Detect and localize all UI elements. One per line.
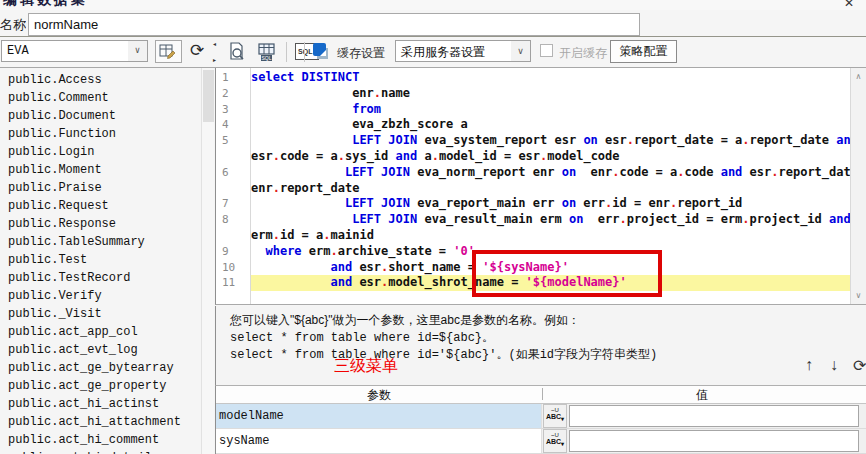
abc-icon: ABC▾ bbox=[544, 438, 566, 448]
table-list-item[interactable]: public.Login bbox=[0, 143, 215, 161]
param-type-abc-button[interactable]: ~UABC▾ bbox=[543, 429, 567, 453]
param-row[interactable]: sysName~UABC▾ bbox=[216, 429, 866, 454]
table-list-item[interactable]: public.Document bbox=[0, 107, 215, 125]
params-table: 参数 值 modelName~UABC▾sysName~UABC▾ bbox=[215, 385, 866, 454]
sql-line[interactable]: enr.report_date bbox=[216, 181, 850, 197]
sql-editor[interactable]: 1select DISTINCT2 enr.name3 from4 eva_zb… bbox=[215, 68, 866, 305]
sql-line[interactable]: erm.id = a.mainid bbox=[216, 228, 850, 244]
chevron-down-icon[interactable]: ∨ bbox=[128, 41, 147, 61]
table-list-item[interactable]: public.Access bbox=[0, 71, 215, 89]
table-list-item[interactable]: public.Function bbox=[0, 125, 215, 143]
table-list-item[interactable]: public.Request bbox=[0, 197, 215, 215]
sql-line[interactable]: 3 from bbox=[216, 102, 850, 118]
sql-code-text: eva_zbzh_score a bbox=[251, 117, 850, 133]
line-number: 11 bbox=[216, 275, 251, 291]
table-list-item[interactable]: public._Visit bbox=[0, 305, 215, 323]
sql-code-text: erm.id = a.mainid bbox=[251, 228, 850, 244]
server-setting-value: 采用服务器设置 bbox=[401, 44, 485, 61]
name-input[interactable] bbox=[28, 13, 640, 36]
toolbar-separator bbox=[304, 42, 305, 62]
table-list-item[interactable]: public.act_hi_detail bbox=[0, 449, 215, 454]
table-list-item[interactable]: public.Response bbox=[0, 215, 215, 233]
sql-code-text: LEFT JOIN eva_result_main erm on err.pro… bbox=[251, 212, 850, 228]
sql-line[interactable]: 4 eva_zbzh_score a bbox=[216, 117, 850, 133]
table-list-item[interactable]: public.TestRecord bbox=[0, 269, 215, 287]
svg-text:SQL: SQL bbox=[261, 55, 271, 61]
refresh-params-icon[interactable]: ⟳ bbox=[853, 356, 866, 375]
collapse-left-icon: ◂ bbox=[213, 41, 220, 47]
sql-table-button[interactable]: SQL bbox=[253, 40, 281, 64]
sql-code-text: LEFT JOIN eva_system_report esr on esr.r… bbox=[251, 133, 850, 149]
sql-code-text: select DISTINCT bbox=[251, 70, 850, 86]
editor-scrollbar[interactable]: ∧ ∨ bbox=[850, 68, 866, 304]
table-list-item[interactable]: public.act_hi_comment bbox=[0, 431, 215, 449]
preview-sql-button[interactable] bbox=[224, 40, 250, 64]
red-note-text: 三级菜单 bbox=[334, 356, 398, 377]
line-number: 4 bbox=[216, 117, 251, 133]
document-search-icon bbox=[227, 42, 247, 62]
table-list-item[interactable]: public.Verify bbox=[0, 287, 215, 305]
sql-line[interactable]: 1select DISTINCT bbox=[216, 70, 850, 86]
line-number bbox=[216, 149, 251, 165]
scroll-down-icon[interactable]: ∨ bbox=[851, 288, 866, 303]
splitter-toggle[interactable]: ◂ ▸ bbox=[213, 41, 220, 63]
policy-config-button[interactable]: 策略配置 bbox=[610, 40, 677, 63]
sql-line[interactable]: 10 and esr.short_name = '${sysName}' bbox=[216, 260, 850, 276]
param-value-input[interactable] bbox=[569, 405, 859, 427]
sql-code-text: LEFT JOIN eva_report_main err on err.id … bbox=[251, 196, 850, 212]
table-list-item[interactable]: public.act_evt_log bbox=[0, 341, 215, 359]
scrollbar-thumb[interactable] bbox=[203, 70, 214, 122]
table-list-item[interactable]: public.Moment bbox=[0, 161, 215, 179]
table-list-item[interactable]: public.act_app_col bbox=[0, 323, 215, 341]
sql-code-text: enr.name bbox=[251, 86, 850, 102]
param-name-cell[interactable]: modelName bbox=[216, 404, 542, 428]
line-number: 10 bbox=[216, 260, 251, 276]
enable-cache-checkbox[interactable] bbox=[540, 44, 553, 57]
line-number: 7 bbox=[216, 196, 251, 212]
sql-code-text: esr.code = a.sys_id and a.model_id = esr… bbox=[251, 149, 850, 165]
param-row[interactable]: modelName~UABC▾ bbox=[216, 404, 866, 429]
sql-line[interactable]: 5 LEFT JOIN eva_system_report esr on esr… bbox=[216, 133, 850, 149]
datasource-select-value: EVA bbox=[7, 44, 29, 58]
table-edit-button[interactable] bbox=[155, 40, 182, 63]
table-list-item[interactable]: public.TableSummary bbox=[0, 233, 215, 251]
name-field-label: 名称： bbox=[0, 16, 26, 34]
help-line-3: select * from table where id='${abc}'。(如… bbox=[230, 346, 657, 363]
sql-line[interactable]: 2 enr.name bbox=[216, 86, 850, 102]
sql-line[interactable]: esr.code = a.sys_id and a.model_id = esr… bbox=[216, 149, 850, 165]
param-value-input[interactable] bbox=[569, 430, 859, 452]
params-table-header: 参数 值 bbox=[216, 386, 866, 404]
refresh-button[interactable]: ⟳ bbox=[184, 40, 210, 64]
table-list-item[interactable]: public.act_ge_property bbox=[0, 377, 215, 395]
window-title: 编辑数据集 bbox=[3, 0, 88, 9]
sql-line[interactable]: 8 LEFT JOIN eva_result_main erm on err.p… bbox=[216, 212, 850, 228]
server-setting-select[interactable]: 采用服务器设置 ∨ bbox=[395, 40, 531, 62]
line-number: 3 bbox=[216, 102, 251, 118]
sql-line-highlighted[interactable]: 11 and esr.model_shrot_name = '${modelNa… bbox=[216, 275, 850, 291]
chevron-down-icon[interactable]: ∨ bbox=[511, 41, 530, 61]
sql-code-text: LEFT JOIN eva_norm_report enr on enr.cod… bbox=[251, 165, 850, 181]
table-list-item[interactable]: public.Praise bbox=[0, 179, 215, 197]
table-list-item[interactable]: public.act_hi_attachment bbox=[0, 413, 215, 431]
table-list-item[interactable]: public.Comment bbox=[0, 89, 215, 107]
help-line-1: 您可以键入"${abc}"做为一个参数，这里abc是参数的名称。例如： bbox=[230, 312, 580, 329]
table-list-item[interactable]: public.Test bbox=[0, 251, 215, 269]
table-list-item[interactable]: public.act_ge_bytearray bbox=[0, 359, 215, 377]
move-up-icon[interactable]: ↑ bbox=[805, 356, 813, 374]
line-number: 5 bbox=[216, 133, 251, 149]
sql-line[interactable]: 9 where erm.archive_state = '0' bbox=[216, 244, 850, 260]
table-list-scrollbar[interactable] bbox=[201, 68, 214, 454]
scroll-up-icon[interactable]: ∧ bbox=[851, 69, 866, 84]
move-down-icon[interactable]: ↓ bbox=[830, 356, 838, 374]
close-icon[interactable]: ✕ bbox=[844, 0, 854, 10]
line-number: 8 bbox=[216, 212, 251, 228]
datasource-select[interactable]: EVA ∨ bbox=[1, 40, 148, 62]
table-list-item[interactable]: public.act_hi_actinst bbox=[0, 395, 215, 413]
dataset-editor-dialog: 编辑数据集 ✕ 名称： EVA ∨ ⟳ ◂ ▸ bbox=[0, 0, 866, 454]
param-type-abc-button[interactable]: ~UABC▾ bbox=[543, 404, 567, 428]
param-name-cell[interactable]: sysName bbox=[216, 429, 542, 453]
line-number: 6 bbox=[216, 165, 251, 181]
sql-line[interactable]: 6 LEFT JOIN eva_norm_report enr on enr.c… bbox=[216, 165, 850, 181]
sql-line[interactable]: 7 LEFT JOIN eva_report_main err on err.i… bbox=[216, 196, 850, 212]
sql-code-text: enr.report_date bbox=[251, 181, 850, 197]
